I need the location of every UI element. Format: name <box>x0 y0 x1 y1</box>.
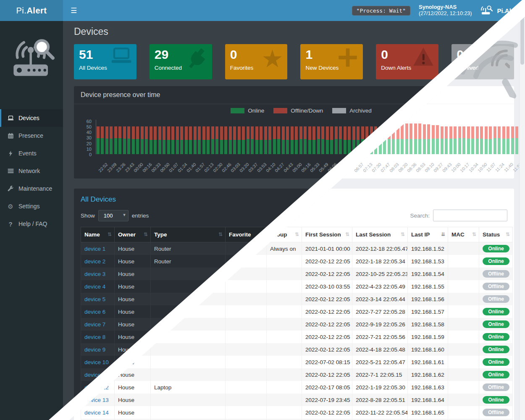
stacked-bar <box>264 126 267 154</box>
device-link[interactable]: device 2 <box>84 258 105 265</box>
sidebar-menu: DevicesPresenceEventsNetworkMaintenance⚙… <box>0 109 63 233</box>
stacked-bar <box>136 126 139 154</box>
bar-group <box>273 126 282 154</box>
device-link[interactable]: device 7 <box>84 321 105 328</box>
chart-y-axis: 0102030405060 <box>81 120 93 155</box>
y-tick-label: 10 <box>87 147 92 152</box>
stacked-bar <box>110 126 113 154</box>
column-label: Favorite <box>229 231 251 238</box>
sidebar-item-network[interactable]: Network <box>0 162 63 180</box>
device-link[interactable]: device 8 <box>84 334 105 340</box>
sidebar-toggle-hamburger-icon[interactable]: ☰ <box>71 7 77 14</box>
card-new-devices[interactable]: 1New Devices <box>300 44 363 79</box>
device-link[interactable]: device 11 <box>84 372 108 378</box>
sidebar-item-label: Network <box>18 168 40 174</box>
bar-group <box>202 126 211 154</box>
stacked-bar <box>365 126 368 154</box>
sort-icon: ⇅ <box>260 231 264 237</box>
x-tick: 02:46 <box>219 156 228 174</box>
legend-offline-down: Offline/Down <box>273 108 323 114</box>
sidebar-item-maintenance[interactable]: Maintenance <box>0 180 63 197</box>
column-header-favorite[interactable]: Favorite⇅ <box>226 227 267 242</box>
device-link[interactable]: device 1 <box>84 246 105 252</box>
stacked-bar <box>335 126 338 154</box>
sort-icon: ⇅ <box>218 231 223 237</box>
sidebar-item-label: Presence <box>18 132 43 139</box>
sidebar-item-presence[interactable]: Presence <box>0 127 63 144</box>
legend-swatch <box>273 108 287 113</box>
stacked-bar <box>229 126 232 154</box>
stacked-bar <box>145 126 148 154</box>
device-link[interactable]: device 9 <box>84 346 105 353</box>
bar-group <box>176 126 185 154</box>
card-down-alerts[interactable]: 0Down Alerts <box>376 44 438 79</box>
bar-group <box>123 126 132 154</box>
device-link[interactable]: device 10 <box>84 359 109 365</box>
pialert-logo <box>0 21 63 90</box>
card-favorites[interactable]: 0Favorites★ <box>225 44 288 79</box>
stacked-bar <box>132 126 135 154</box>
stacked-bar <box>247 126 249 154</box>
x-tick: 04:27 <box>272 156 281 174</box>
bar-group <box>326 126 335 154</box>
bar-group <box>150 126 158 154</box>
question-icon: ? <box>6 221 15 227</box>
star-icon: ★ <box>261 47 283 71</box>
device-link[interactable]: device 3 <box>84 271 105 277</box>
sidebar-item-label: Help / FAQ <box>18 220 47 227</box>
x-tick: 06:23 <box>334 156 343 174</box>
stacked-bar <box>308 126 311 154</box>
y-tick-label: 50 <box>87 124 92 129</box>
sidebar-item-settings[interactable]: ⚙Settings <box>0 197 63 215</box>
bar-group <box>299 126 308 154</box>
cell-owner: House <box>115 331 151 343</box>
cell-name: device 4 <box>81 280 115 293</box>
stacked-bar <box>317 126 320 154</box>
summary-cards: 51All Devices29Connected0Favorites★1New … <box>74 44 514 79</box>
legend-swatch <box>231 108 244 113</box>
x-tick: 23:43 <box>122 156 131 174</box>
card-all-devices[interactable]: 51All Devices <box>74 44 136 79</box>
bar-group <box>132 126 141 154</box>
bar-group <box>167 126 176 154</box>
stacked-bar <box>185 126 188 154</box>
sidebar-item-events[interactable]: Events <box>0 144 63 162</box>
x-tick: 02:13 <box>202 156 210 174</box>
stacked-bar <box>348 126 351 154</box>
stacked-bar <box>344 126 346 154</box>
bar-group <box>255 126 264 154</box>
cell-owner: House <box>115 305 151 318</box>
process-status-badge: "Process: Wait" <box>352 6 410 16</box>
device-link[interactable]: device 6 <box>84 309 105 315</box>
stacked-bar <box>251 126 254 154</box>
stacked-bar <box>207 126 210 154</box>
stacked-bar <box>286 126 289 154</box>
entries-label: entries <box>132 213 149 219</box>
column-header-owner[interactable]: Owner⇅ <box>115 227 151 242</box>
column-header-type[interactable]: Type⇅ <box>151 227 226 242</box>
app-name: Pi.Alert <box>497 7 519 14</box>
sidebar-item-label: Maintenance <box>18 185 52 192</box>
stacked-bar <box>268 126 271 154</box>
card-connected[interactable]: 29Connected <box>150 44 212 79</box>
cell-name: device 10 <box>81 356 115 368</box>
device-link[interactable]: device 4 <box>84 284 105 290</box>
stacked-bar <box>233 126 236 154</box>
stacked-bar <box>282 126 285 154</box>
y-tick-label: 30 <box>87 135 92 140</box>
x-tick: 03:37 <box>246 156 255 174</box>
entries-select[interactable]: 100 <box>98 210 129 221</box>
sidebar-item-help-faq[interactable]: ?Help / FAQ <box>0 215 63 233</box>
stacked-bar <box>114 126 117 154</box>
cell-owner: House <box>115 318 151 331</box>
sidebar-item-devices[interactable]: Devices <box>0 109 63 127</box>
device-link[interactable]: device 5 <box>84 296 105 302</box>
sidebar-item-label: Devices <box>18 115 39 121</box>
x-tick: 00:33 <box>149 156 158 174</box>
cell-name: device 2 <box>81 255 115 268</box>
brand-logo[interactable]: Pi.Alert <box>0 0 63 21</box>
column-header-name[interactable]: Name⇅ <box>81 227 115 242</box>
x-tick: 05:00 <box>290 156 299 174</box>
bar-group <box>335 126 344 154</box>
y-tick-label: 60 <box>87 119 92 124</box>
